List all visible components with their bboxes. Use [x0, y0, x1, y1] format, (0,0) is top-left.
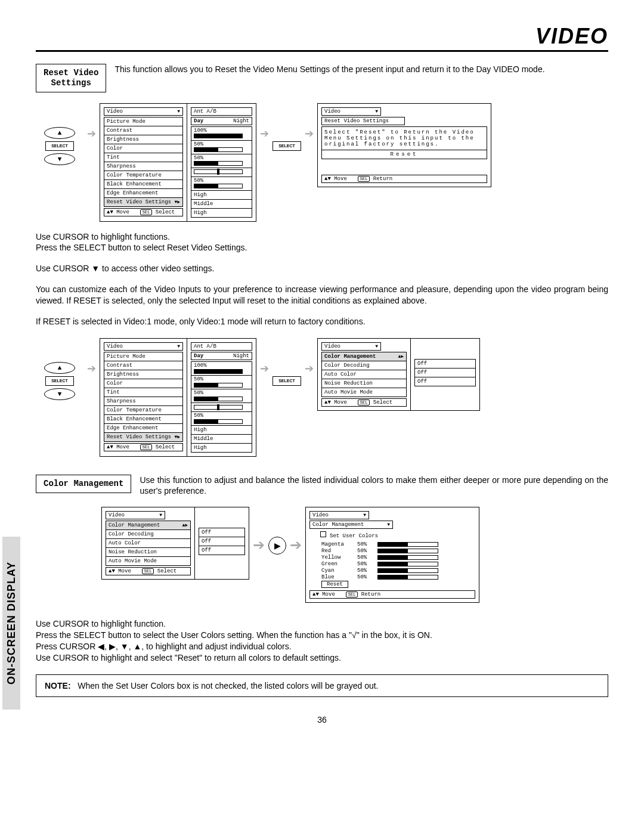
color-mgmt-panel: Video▼ Color Management▲▶ Color Decoding…	[317, 338, 411, 411]
arrow-icon: ➔	[290, 537, 302, 553]
body-text: Use CURSOR to highlight function. Press …	[36, 618, 608, 664]
table-row: Color	[104, 144, 183, 153]
cursor-down-icon: ▼	[44, 388, 75, 400]
page-number: 36	[36, 715, 608, 724]
arrow-icon: ➔	[260, 127, 269, 140]
video-menu-panel-2: Video▼ Picture Mode Contrast Brightness …	[100, 338, 187, 457]
set-user-colors-checkbox[interactable]	[320, 531, 326, 537]
remote-control: ▲ SELECT ▼	[36, 362, 83, 400]
arrow-icon: ➔	[253, 537, 265, 553]
color-mgmt-values-2: Off Off Off	[195, 507, 249, 580]
note-box: NOTE: When the Set User Colors box is no…	[36, 674, 608, 697]
table-row: Picture Mode	[104, 117, 183, 126]
body-text: Use CURSOR to highlight functions. Press…	[36, 231, 608, 254]
color-mgmt-panel-2: Video▼ Color Management▲▶ Color Decoding…	[101, 507, 195, 580]
reset-video-desc: This function allows you to Reset the Vi…	[114, 64, 544, 75]
table-row: Reset Video Settings▼▶	[104, 197, 183, 206]
user-colors-panel: Video▼ Color Management▼ Set User Colors…	[305, 507, 479, 603]
table-row: Black Enhancement	[104, 179, 183, 188]
body-text: Use CURSOR ▼ to access other video setti…	[36, 263, 608, 274]
reset-confirm-panel: Video▼ Reset Video Settings Select "Rese…	[317, 103, 491, 187]
reset-colors-button[interactable]: Reset	[321, 581, 348, 588]
cursor-right-icon: ▶	[268, 537, 286, 555]
color-mgmt-values: Off Off Off	[411, 338, 480, 411]
arrow-icon: ➔	[305, 362, 314, 375]
reset-video-label: Reset Video Settings	[36, 64, 106, 92]
table-row: Brightness	[104, 135, 183, 144]
arrow-icon: ➔	[87, 127, 96, 140]
table-row: Edge Enhancement	[104, 188, 183, 197]
select-button: SELECT	[45, 141, 74, 151]
video-values-panel-2: Ant A/B DayNight 100% 50% 50% 50% High M…	[187, 338, 256, 457]
arrow-icon: ➔	[260, 362, 269, 375]
osd-header: Video▼	[104, 107, 183, 116]
remote-control: ▲ SELECT ▼	[36, 127, 83, 165]
select-button: SELECT	[45, 376, 74, 386]
cursor-up-icon: ▲	[44, 362, 75, 374]
cursor-down-icon: ▼	[44, 153, 75, 165]
body-text: You can customize each of the Video Inpu…	[36, 284, 608, 306]
table-row: Color Temperature	[104, 171, 183, 179]
table-row: Sharpness	[104, 162, 183, 171]
arrow-icon: ➔	[305, 127, 314, 140]
cursor-up-icon: ▲	[44, 127, 75, 139]
select-button: SELECT	[273, 141, 301, 151]
video-values-panel: Ant A/B DayNight 100% 50% 50% 50% High M…	[187, 103, 256, 222]
reset-button[interactable]: Reset	[322, 150, 487, 159]
page-title: VIDEO	[36, 24, 608, 52]
sidebar-label: ON-SCREEN DISPLAY	[2, 537, 20, 710]
table-row: Contrast	[104, 126, 183, 135]
video-menu-panel: Video▼ Picture Mode Contrast Brightness …	[100, 103, 187, 222]
body-text: If RESET is selected in Video:1 mode, on…	[36, 316, 608, 327]
color-mgmt-label: Color Management	[36, 475, 131, 493]
select-button: SELECT	[273, 376, 301, 386]
table-row: Tint	[104, 153, 183, 162]
arrow-icon: ➔	[87, 362, 96, 375]
color-mgmt-desc: Use this function to adjust and balance …	[140, 475, 608, 496]
osd-footer: ▲▼ MoveSEL Select	[104, 208, 183, 216]
